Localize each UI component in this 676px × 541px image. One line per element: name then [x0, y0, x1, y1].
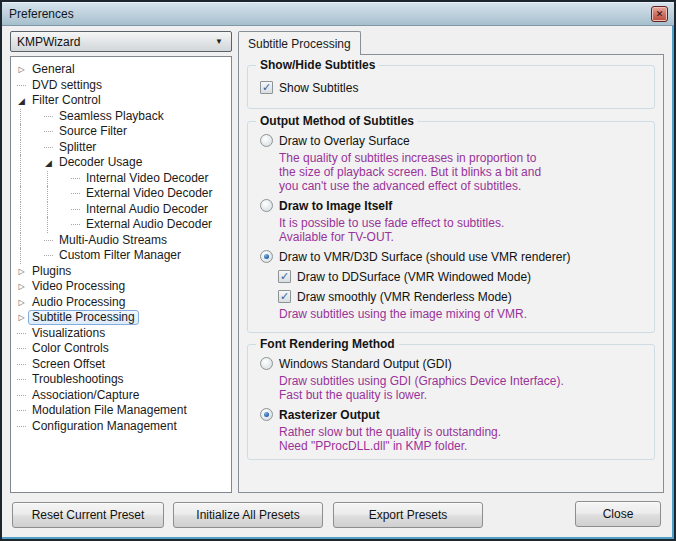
tree-line	[17, 85, 26, 86]
expander-collapsed-icon[interactable]: ▷	[15, 313, 28, 322]
close-icon[interactable]: ✕	[651, 6, 668, 22]
radio-draw-to-vmr-d3d-surface-should-use-vmr-renderer[interactable]: Draw to VMR/D3D Surface (should use VMR …	[260, 247, 654, 266]
option-label: Draw to Image Itself	[279, 199, 392, 213]
tree-item-label: General	[28, 62, 79, 77]
tree-item-general[interactable]: ▷General	[11, 62, 231, 78]
tree-item-label: External Video Decoder	[82, 186, 217, 201]
close-button[interactable]: Close	[575, 501, 661, 527]
title-bar: Preferences ✕	[2, 2, 674, 26]
tree-item-color-controls[interactable]: Color Controls	[11, 341, 231, 357]
description-line: Fast but the quality is lower.	[279, 388, 654, 402]
description-line: Draw subtitles using the image mixing of…	[279, 307, 654, 321]
tree-item-label: Screen Offset	[28, 357, 109, 372]
tree-item-label: External Audio Decoder	[82, 217, 216, 232]
checkbox-draw-smoothly-vmr-renderless-mode[interactable]: ✓Draw smoothly (VMR Renderless Mode)	[278, 287, 654, 306]
tree-item-label: Configuration Management	[28, 419, 181, 434]
preferences-window: Preferences ✕ KMPWizard ▼ ▷GeneralDVD se…	[0, 0, 676, 541]
tree-item-modulation-file-management[interactable]: Modulation File Management	[11, 403, 231, 419]
tree-item-label: Source Filter	[55, 124, 131, 139]
tree-item-internal-audio-decoder[interactable]: Internal Audio Decoder	[11, 202, 231, 218]
tree-item-label: Audio Processing	[28, 295, 129, 310]
option-label: Rasterizer Output	[279, 408, 380, 422]
description-line: you can't use the advanced effect of sub…	[279, 179, 654, 193]
tree-item-splitter[interactable]: Splitter	[11, 140, 231, 156]
tree-line	[44, 240, 53, 241]
radio-windows-standard-output-gdi[interactable]: Windows Standard Output (GDI)	[260, 354, 654, 373]
expander-collapsed-icon[interactable]: ▷	[15, 282, 28, 291]
expander-collapsed-icon[interactable]: ▷	[15, 298, 28, 307]
tree-item-label: Splitter	[55, 140, 100, 155]
option-label: Windows Standard Output (GDI)	[279, 357, 452, 371]
checkbox-checked-icon[interactable]: ✓	[278, 270, 291, 283]
radio-unchecked-icon[interactable]	[260, 357, 273, 370]
tree-item-plugins[interactable]: ▷Plugins	[11, 264, 231, 280]
description-line: Need "PProcDLL.dll" in KMP folder.	[279, 439, 654, 453]
tree-item-internal-video-decoder[interactable]: Internal Video Decoder	[11, 171, 231, 187]
tree-item-external-audio-decoder[interactable]: External Audio Decoder	[11, 217, 231, 233]
option-description: The quality of subtitles increases in pr…	[279, 151, 654, 193]
checkbox-draw-to-ddsurface-vmr-windowed-mode[interactable]: ✓Draw to DDSurface (VMR Windowed Mode)	[278, 267, 654, 286]
initialize-all-presets-button[interactable]: Initialize All Presets	[173, 502, 323, 528]
tree-item-filter-control[interactable]: ◢Filter Control	[11, 93, 231, 109]
tree-item-subtitle-processing[interactable]: ▷Subtitle Processing	[11, 310, 231, 326]
tree-line	[17, 395, 26, 396]
tree-item-audio-processing[interactable]: ▷Audio Processing	[11, 295, 231, 311]
tree-item-visualizations[interactable]: Visualizations	[11, 326, 231, 342]
group-output-method: Output Method of Subtitles Draw to Overl…	[247, 121, 655, 333]
tree-line	[44, 116, 53, 117]
radio-unchecked-icon[interactable]	[260, 199, 273, 212]
radio-unchecked-icon[interactable]	[260, 134, 273, 147]
group-show-hide-subtitles: Show/Hide Subtitles ✓Show Subtitles	[247, 65, 655, 109]
tree-item-configuration-management[interactable]: Configuration Management	[11, 419, 231, 435]
tree-item-troubleshootings[interactable]: Troubleshootings	[11, 372, 231, 388]
radio-rasterizer-output[interactable]: Rasterizer Output	[260, 405, 654, 424]
tree-item-label: Color Controls	[28, 341, 113, 356]
tree-item-association-capture[interactable]: Association/Capture	[11, 388, 231, 404]
group-title: Show/Hide Subtitles	[256, 58, 379, 72]
tree-item-label: Decoder Usage	[55, 155, 146, 170]
tree-guide-line	[20, 171, 38, 187]
preset-dropdown[interactable]: KMPWizard ▼	[10, 31, 232, 52]
radio-draw-to-image-itself[interactable]: Draw to Image Itself	[260, 196, 654, 215]
tree-line	[71, 209, 80, 210]
option-label: Draw to Overlay Surface	[279, 134, 410, 148]
tree-line	[17, 333, 26, 334]
tree-item-dvd-settings[interactable]: DVD settings	[11, 78, 231, 94]
checkbox-checked-icon[interactable]: ✓	[278, 290, 291, 303]
tab-subtitle-processing[interactable]: Subtitle Processing	[238, 31, 361, 55]
radio-checked-icon[interactable]	[260, 408, 273, 421]
tree-item-label: Visualizations	[28, 326, 109, 341]
radio-checked-icon[interactable]	[260, 250, 273, 263]
tree-guide-line	[47, 186, 65, 202]
tree-guide-line	[20, 155, 38, 171]
tree-line	[71, 224, 80, 225]
tree-item-seamless-playback[interactable]: Seamless Playback	[11, 109, 231, 125]
tree-line	[17, 379, 26, 380]
tree-item-decoder-usage[interactable]: ◢Decoder Usage	[11, 155, 231, 171]
expander-expanded-icon[interactable]: ◢	[42, 158, 55, 168]
tree-line	[17, 426, 26, 427]
reset-current-preset-button[interactable]: Reset Current Preset	[12, 502, 164, 528]
tree-item-label: Seamless Playback	[55, 109, 168, 124]
tree-item-source-filter[interactable]: Source Filter	[11, 124, 231, 140]
tree-item-screen-offset[interactable]: Screen Offset	[11, 357, 231, 373]
option-label: Draw smoothly (VMR Renderless Mode)	[297, 290, 512, 304]
checkbox-show-subtitles[interactable]: ✓Show Subtitles	[260, 78, 654, 97]
checkbox-checked-icon[interactable]: ✓	[260, 81, 273, 94]
option-label: Draw to DDSurface (VMR Windowed Mode)	[297, 270, 531, 284]
tree-item-label: Modulation File Management	[28, 403, 191, 418]
option-description: Draw subtitles using GDI (Graphics Devic…	[279, 374, 654, 402]
tree-item-video-processing[interactable]: ▷Video Processing	[11, 279, 231, 295]
radio-draw-to-overlay-surface[interactable]: Draw to Overlay Surface	[260, 131, 654, 150]
tree-guide-line	[47, 171, 65, 187]
group-title: Output Method of Subtitles	[256, 114, 418, 128]
expander-collapsed-icon[interactable]: ▷	[15, 65, 28, 74]
tree-item-external-video-decoder[interactable]: External Video Decoder	[11, 186, 231, 202]
preset-tree[interactable]: ▷GeneralDVD settings◢Filter ControlSeaml…	[10, 56, 232, 493]
tree-item-custom-filter-manager[interactable]: Custom Filter Manager	[11, 248, 231, 264]
tree-item-multi-audio-streams[interactable]: Multi-Audio Streams	[11, 233, 231, 249]
expander-collapsed-icon[interactable]: ▷	[15, 267, 28, 276]
expander-expanded-icon[interactable]: ◢	[15, 96, 28, 106]
export-presets-button[interactable]: Export Presets	[333, 502, 483, 528]
group-title: Font Rendering Method	[256, 337, 399, 351]
